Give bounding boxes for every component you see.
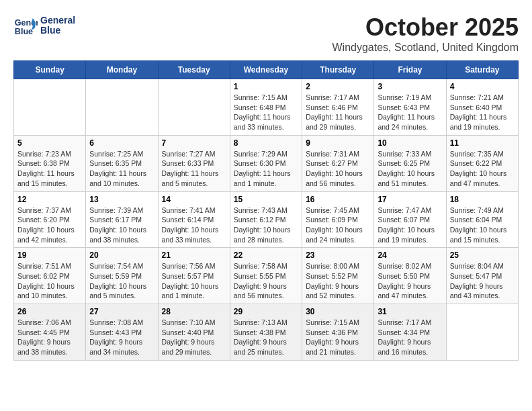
day-info: Sunrise: 7:31 AM Sunset: 6:27 PM Dayligh… (306, 149, 370, 189)
day-cell: 7Sunrise: 7:27 AM Sunset: 6:33 PM Daylig… (158, 135, 230, 191)
day-number: 14 (162, 195, 226, 204)
day-info: Sunrise: 7:41 AM Sunset: 6:14 PM Dayligh… (162, 205, 226, 245)
month-title: October 2025 (332, 13, 519, 42)
day-cell: 20Sunrise: 7:54 AM Sunset: 5:59 PM Dayli… (86, 248, 158, 304)
day-number: 6 (89, 138, 154, 148)
day-number: 3 (378, 82, 442, 91)
day-info: Sunrise: 7:19 AM Sunset: 6:43 PM Dayligh… (378, 93, 442, 132)
day-info: Sunrise: 7:51 AM Sunset: 6:02 PM Dayligh… (17, 261, 82, 301)
day-number: 27 (89, 307, 154, 316)
day-cell: 1Sunrise: 7:15 AM Sunset: 6:48 PM Daylig… (230, 79, 302, 136)
day-info: Sunrise: 7:15 AM Sunset: 4:36 PM Dayligh… (306, 318, 370, 357)
day-number: 8 (234, 138, 298, 148)
day-info: Sunrise: 7:43 AM Sunset: 6:12 PM Dayligh… (234, 205, 298, 245)
day-info: Sunrise: 7:23 AM Sunset: 6:38 PM Dayligh… (17, 149, 82, 189)
day-info: Sunrise: 8:02 AM Sunset: 5:50 PM Dayligh… (378, 261, 442, 301)
day-number: 15 (234, 195, 298, 204)
day-info: Sunrise: 7:21 AM Sunset: 6:40 PM Dayligh… (450, 93, 515, 132)
day-number: 22 (234, 250, 298, 260)
day-number: 5 (17, 138, 82, 148)
logo-icon: General Blue (13, 13, 38, 38)
day-info: Sunrise: 7:13 AM Sunset: 4:38 PM Dayligh… (234, 318, 298, 357)
logo-line1: General (40, 15, 75, 26)
logo-line2: Blue (40, 26, 75, 36)
day-number: 24 (378, 250, 442, 260)
day-cell: 18Sunrise: 7:49 AM Sunset: 6:04 PM Dayli… (446, 191, 518, 248)
day-cell: 14Sunrise: 7:41 AM Sunset: 6:14 PM Dayli… (158, 191, 230, 248)
day-header-friday: Friday (374, 61, 446, 79)
day-header-wednesday: Wednesday (230, 61, 302, 79)
day-cell: 2Sunrise: 7:17 AM Sunset: 6:46 PM Daylig… (302, 79, 374, 136)
day-cell: 12Sunrise: 7:37 AM Sunset: 6:20 PM Dayli… (14, 191, 86, 248)
day-number: 29 (234, 307, 298, 316)
day-number: 20 (89, 250, 154, 260)
day-number: 4 (450, 82, 515, 91)
day-number: 12 (17, 195, 82, 204)
day-info: Sunrise: 7:15 AM Sunset: 6:48 PM Dayligh… (234, 93, 298, 132)
location-title: Windygates, Scotland, United Kingdom (332, 42, 519, 54)
day-info: Sunrise: 7:17 AM Sunset: 6:46 PM Dayligh… (306, 93, 370, 132)
week-row-2: 5Sunrise: 7:23 AM Sunset: 6:38 PM Daylig… (14, 135, 519, 191)
day-info: Sunrise: 7:47 AM Sunset: 6:07 PM Dayligh… (378, 205, 442, 245)
day-info: Sunrise: 7:08 AM Sunset: 4:43 PM Dayligh… (89, 318, 154, 357)
day-number: 1 (234, 82, 298, 91)
day-cell: 29Sunrise: 7:13 AM Sunset: 4:38 PM Dayli… (230, 304, 302, 361)
day-info: Sunrise: 7:27 AM Sunset: 6:33 PM Dayligh… (162, 149, 226, 189)
day-header-monday: Monday (86, 61, 158, 79)
logo-text: General Blue (40, 15, 75, 36)
day-cell: 26Sunrise: 7:06 AM Sunset: 4:45 PM Dayli… (14, 304, 86, 361)
svg-text:Blue: Blue (15, 27, 33, 36)
day-number: 2 (306, 82, 370, 91)
day-number: 25 (450, 250, 515, 260)
day-cell: 3Sunrise: 7:19 AM Sunset: 6:43 PM Daylig… (374, 79, 446, 136)
day-header-thursday: Thursday (302, 61, 374, 79)
day-number: 9 (306, 138, 370, 148)
day-cell: 5Sunrise: 7:23 AM Sunset: 6:38 PM Daylig… (14, 135, 86, 191)
week-row-3: 12Sunrise: 7:37 AM Sunset: 6:20 PM Dayli… (14, 191, 519, 248)
day-cell: 13Sunrise: 7:39 AM Sunset: 6:17 PM Dayli… (86, 191, 158, 248)
day-info: Sunrise: 7:54 AM Sunset: 5:59 PM Dayligh… (89, 261, 154, 301)
day-cell: 19Sunrise: 7:51 AM Sunset: 6:02 PM Dayli… (14, 248, 86, 304)
day-number: 30 (306, 307, 370, 316)
day-header-saturday: Saturday (446, 61, 518, 79)
day-number: 31 (378, 307, 442, 316)
day-info: Sunrise: 7:58 AM Sunset: 5:55 PM Dayligh… (234, 261, 298, 301)
day-cell (86, 79, 158, 136)
day-info: Sunrise: 7:06 AM Sunset: 4:45 PM Dayligh… (17, 318, 82, 357)
day-cell: 10Sunrise: 7:33 AM Sunset: 6:25 PM Dayli… (374, 135, 446, 191)
day-cell: 21Sunrise: 7:56 AM Sunset: 5:57 PM Dayli… (158, 248, 230, 304)
calendar-table: SundayMondayTuesdayWednesdayThursdayFrid… (13, 60, 519, 361)
day-number: 7 (162, 138, 226, 148)
day-info: Sunrise: 7:56 AM Sunset: 5:57 PM Dayligh… (162, 261, 226, 301)
day-info: Sunrise: 7:17 AM Sunset: 4:34 PM Dayligh… (378, 318, 442, 357)
day-number: 16 (306, 195, 370, 204)
day-info: Sunrise: 7:29 AM Sunset: 6:30 PM Dayligh… (234, 149, 298, 189)
day-cell: 11Sunrise: 7:35 AM Sunset: 6:22 PM Dayli… (446, 135, 518, 191)
day-info: Sunrise: 7:33 AM Sunset: 6:25 PM Dayligh… (378, 149, 442, 189)
day-info: Sunrise: 7:35 AM Sunset: 6:22 PM Dayligh… (450, 149, 515, 189)
day-cell: 16Sunrise: 7:45 AM Sunset: 6:09 PM Dayli… (302, 191, 374, 248)
day-cell: 22Sunrise: 7:58 AM Sunset: 5:55 PM Dayli… (230, 248, 302, 304)
day-cell: 30Sunrise: 7:15 AM Sunset: 4:36 PM Dayli… (302, 304, 374, 361)
day-info: Sunrise: 7:10 AM Sunset: 4:40 PM Dayligh… (162, 318, 226, 357)
day-cell: 8Sunrise: 7:29 AM Sunset: 6:30 PM Daylig… (230, 135, 302, 191)
header: General Blue General Blue October 2025 W… (13, 13, 519, 54)
day-number: 18 (450, 195, 515, 204)
day-cell (446, 304, 518, 361)
day-number: 11 (450, 138, 515, 148)
day-header-sunday: Sunday (14, 61, 86, 79)
day-cell: 6Sunrise: 7:25 AM Sunset: 6:35 PM Daylig… (86, 135, 158, 191)
title-section: October 2025 Windygates, Scotland, Unite… (332, 13, 519, 54)
day-info: Sunrise: 7:39 AM Sunset: 6:17 PM Dayligh… (89, 205, 154, 245)
week-row-1: 1Sunrise: 7:15 AM Sunset: 6:48 PM Daylig… (14, 79, 519, 136)
day-number: 17 (378, 195, 442, 204)
day-info: Sunrise: 8:00 AM Sunset: 5:52 PM Dayligh… (306, 261, 370, 301)
day-info: Sunrise: 8:04 AM Sunset: 5:47 PM Dayligh… (450, 261, 515, 301)
day-info: Sunrise: 7:37 AM Sunset: 6:20 PM Dayligh… (17, 205, 82, 245)
day-cell: 25Sunrise: 8:04 AM Sunset: 5:47 PM Dayli… (446, 248, 518, 304)
logo: General Blue General Blue (13, 13, 75, 38)
day-cell: 9Sunrise: 7:31 AM Sunset: 6:27 PM Daylig… (302, 135, 374, 191)
day-info: Sunrise: 7:25 AM Sunset: 6:35 PM Dayligh… (89, 149, 154, 189)
day-cell: 27Sunrise: 7:08 AM Sunset: 4:43 PM Dayli… (86, 304, 158, 361)
week-row-5: 26Sunrise: 7:06 AM Sunset: 4:45 PM Dayli… (14, 304, 519, 361)
